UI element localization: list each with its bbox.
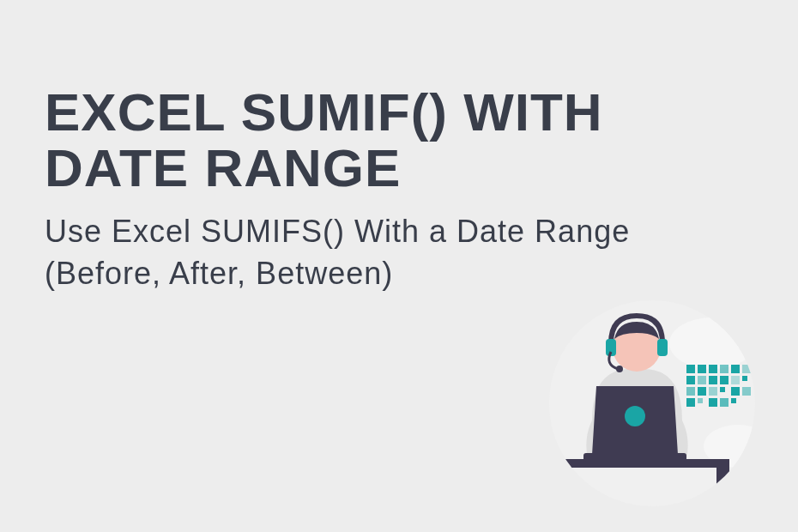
svg-rect-17 xyxy=(753,376,762,384)
page-title: EXCEL SUMIF() WITH DATE RANGE xyxy=(45,84,697,196)
svg-rect-13 xyxy=(709,376,717,384)
svg-rect-23 xyxy=(742,387,751,396)
svg-point-2 xyxy=(669,317,755,369)
svg-rect-20 xyxy=(709,387,717,396)
svg-rect-5 xyxy=(698,365,706,373)
svg-rect-18 xyxy=(686,387,695,396)
svg-point-32 xyxy=(616,366,623,372)
svg-rect-12 xyxy=(698,376,706,384)
svg-rect-21 xyxy=(720,387,725,392)
svg-rect-6 xyxy=(709,365,717,373)
svg-rect-24 xyxy=(686,398,695,407)
svg-rect-11 xyxy=(686,376,695,384)
svg-rect-25 xyxy=(698,398,703,403)
svg-rect-7 xyxy=(720,365,728,373)
svg-rect-14 xyxy=(720,376,728,384)
svg-point-35 xyxy=(625,406,645,426)
developer-illustration xyxy=(532,292,772,515)
svg-rect-9 xyxy=(742,365,751,373)
svg-rect-4 xyxy=(686,365,695,373)
svg-rect-26 xyxy=(709,398,717,407)
svg-rect-22 xyxy=(731,387,740,396)
svg-rect-10 xyxy=(753,365,759,370)
svg-rect-27 xyxy=(720,398,728,407)
svg-rect-36 xyxy=(583,453,686,462)
svg-rect-15 xyxy=(731,376,740,384)
svg-rect-31 xyxy=(657,339,668,356)
svg-rect-8 xyxy=(731,365,740,373)
svg-rect-16 xyxy=(742,376,747,381)
page-subtitle: Use Excel SUMIFS() With a Date Range (Be… xyxy=(45,211,697,294)
svg-rect-34 xyxy=(716,459,729,493)
svg-rect-19 xyxy=(698,387,706,396)
svg-rect-28 xyxy=(731,398,736,403)
